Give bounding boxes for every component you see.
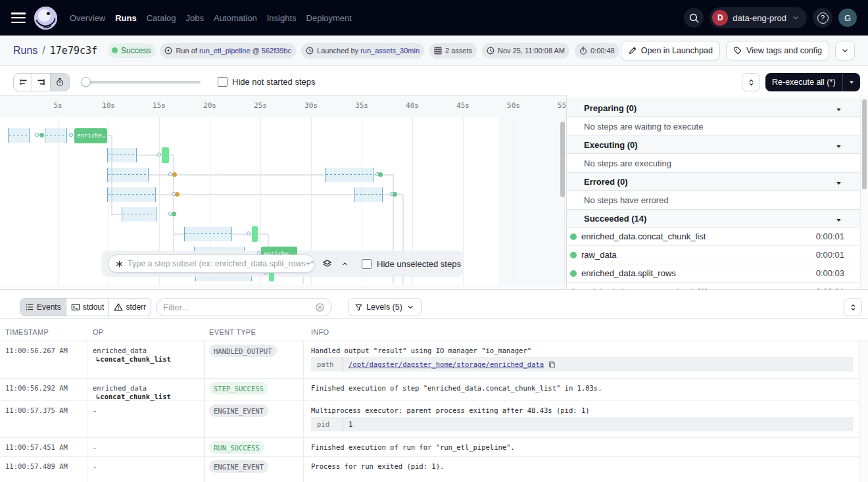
nav-item-jobs[interactable]: Jobs — [186, 11, 204, 26]
step-success-dot-icon — [570, 252, 577, 258]
view-tags-config-button[interactable]: View tags and config — [726, 41, 829, 60]
step-section-title: Executing (0) — [584, 140, 638, 150]
nav-item-runs[interactable]: Runs — [115, 11, 137, 26]
step-success-dot-icon — [570, 270, 577, 277]
breadcrumb-runs-link[interactable]: Runs — [13, 45, 37, 57]
step-panel-scrollbar[interactable] — [862, 99, 867, 189]
status-badge: Success — [108, 43, 156, 58]
nav-item-catalog[interactable]: Catalog — [147, 11, 176, 26]
chevron-up-icon[interactable] — [341, 260, 349, 268]
log-expand-collapse-button[interactable] — [844, 298, 862, 316]
log-row[interactable]: 11:00:57.489 AM-ENGINE_EVENTProcess for … — [0, 457, 868, 482]
nav-item-automation[interactable]: Automation — [214, 11, 257, 26]
nav-item-deployment[interactable]: Deployment — [306, 11, 352, 26]
zoom-slider-handle[interactable] — [81, 77, 91, 87]
nav-item-overview[interactable]: Overview — [70, 11, 105, 26]
gantt-step-bar[interactable] — [162, 147, 169, 163]
gantt-step-pending-box[interactable] — [8, 128, 30, 143]
gantt-after-region — [498, 117, 567, 285]
step-section-header[interactable]: Executing (0) — [567, 135, 860, 154]
step-name: enriched_data.split_rows — [581, 268, 676, 278]
log-tab-events[interactable]: Events — [20, 299, 66, 316]
step-section-empty: No steps are executing — [567, 154, 860, 172]
step-row[interactable]: enriched_data.process_chunk [1]0:00:01 — [567, 283, 860, 289]
workspace-switcher[interactable]: D data-eng-prod — [710, 7, 807, 28]
gantt-scrollbar[interactable] — [560, 122, 565, 197]
open-in-launchpad-button[interactable]: Open in Launchpad — [621, 41, 720, 60]
run-tag: 0:00:48 — [575, 43, 619, 59]
log-scrollbar[interactable] — [861, 343, 867, 379]
help-button[interactable]: ? — [813, 8, 832, 28]
run-tag: Run of run_etl_pipeline @ 562f39bc — [160, 43, 296, 59]
log-row[interactable]: 11:00:57.451 AM-RUN_SUCCESSFinished exec… — [0, 438, 868, 457]
clear-filter-icon[interactable] — [315, 302, 325, 312]
hide-not-started-checkbox[interactable] — [218, 77, 228, 87]
search-button[interactable] — [684, 8, 704, 28]
dagster-logo-icon[interactable] — [34, 7, 57, 30]
log-tabs: Eventsstdoutstderr — [20, 298, 151, 316]
gantt-marker-green — [39, 133, 44, 137]
view-nested-button[interactable] — [32, 74, 51, 91]
gantt-step-pending-box[interactable] — [354, 187, 383, 202]
re-execute-menu-button[interactable] — [843, 78, 860, 86]
gantt-step-pending-box[interactable] — [107, 187, 156, 202]
log-table-header: TIMESTAMPOPEVENT TYPEINFO — [0, 318, 868, 341]
levels-dropdown[interactable]: Levels (5) — [348, 298, 422, 316]
copy-icon[interactable] — [544, 360, 556, 369]
top-nav: OverviewRunsCatalogJobsAutomationInsight… — [0, 0, 868, 36]
log-timestamp: 11:00:57.375 AM — [5, 406, 68, 414]
gantt-step-pending-box[interactable] — [107, 168, 149, 182]
tag-link[interactable]: run_assets_30min — [360, 47, 420, 55]
log-timestamp: 11:00:56.267 AM — [5, 347, 68, 354]
log-op-step: ↳concat_chunk_list — [96, 355, 171, 363]
gantt-step-pending-box[interactable] — [184, 227, 232, 241]
step-section-header[interactable]: Succeeded (14) — [567, 209, 860, 228]
step-section-title: Errored (0) — [584, 177, 627, 187]
breadcrumb: Runs / 17e79c3f — [13, 45, 97, 57]
view-flat-button[interactable] — [14, 74, 32, 91]
nav-item-insights[interactable]: Insights — [267, 11, 297, 26]
log-row[interactable]: 11:00:56.292 AMenriched_data↳concat_chun… — [0, 379, 868, 401]
menu-icon[interactable] — [11, 12, 26, 23]
clock-icon — [486, 46, 495, 55]
log-tab-stdout[interactable]: stdout — [66, 299, 110, 316]
step-row[interactable]: enriched_data.split_rows0:00:03 — [567, 264, 860, 283]
log-column-header: TIMESTAMP — [5, 328, 49, 336]
tag-link[interactable]: 562f39bc — [262, 47, 291, 55]
log-row[interactable]: 11:00:56.267 AMenriched_data↳concat_chun… — [0, 341, 868, 379]
gantt-step-pending-box[interactable] — [45, 128, 67, 143]
tag-link[interactable]: run_etl_pipeline — [199, 47, 251, 55]
log-tab-stderr[interactable]: stderr — [109, 299, 151, 316]
log-op-step: ↳concat_chunk_list — [96, 393, 171, 400]
step-row[interactable]: raw_data0:00:01 — [567, 246, 860, 264]
log-toolbar: Eventsstdoutstderr Filter... Levels (5) — [0, 290, 868, 318]
gantt-step-bar[interactable] — [252, 226, 258, 242]
hide-unselected-checkbox[interactable] — [362, 259, 372, 269]
log-meta-box: pid1 — [311, 417, 854, 431]
log-meta-value[interactable]: /opt/dagster/dagster_home/storage/enrich… — [349, 360, 544, 368]
view-waterfall-button[interactable] — [51, 74, 69, 91]
step-subset-input[interactable]: Type a step subset (ex: enriched_data.sp… — [108, 254, 315, 273]
gantt-gridline — [514, 117, 514, 285]
zoom-slider-track[interactable] — [84, 81, 201, 84]
log-row[interactable]: 11:00:57.375 AM-ENGINE_EVENTMultiprocess… — [0, 401, 868, 438]
step-section-header[interactable]: Errored (0) — [567, 172, 860, 191]
more-actions-button[interactable] — [835, 41, 855, 60]
step-section-empty: No steps are waiting to execute — [567, 117, 860, 135]
expand-collapse-button[interactable] — [742, 73, 760, 91]
gantt-connector-line — [258, 233, 268, 235]
step-row[interactable]: enriched_data.concat_chunk_list0:00:01 — [567, 228, 860, 246]
caret-sort-icon — [849, 303, 857, 312]
gantt-step-pending-box[interactable] — [325, 168, 374, 182]
step-section-header[interactable]: Preparing (0) — [567, 99, 860, 117]
axis-tick-label: 45s — [456, 101, 470, 110]
layers-icon[interactable] — [322, 259, 332, 269]
user-avatar[interactable]: G — [838, 9, 857, 27]
gantt-step-pending-box[interactable] — [107, 148, 137, 162]
gantt-marker-open — [35, 133, 39, 137]
log-filter-input[interactable]: Filter... — [156, 298, 332, 316]
gantt-step-pending-box[interactable] — [122, 207, 157, 222]
gantt-marker-orange — [175, 192, 180, 197]
gantt-step-label-box[interactable]: enriche… — [74, 128, 107, 143]
re-execute-button[interactable]: Re-execute all (*) — [765, 73, 860, 91]
